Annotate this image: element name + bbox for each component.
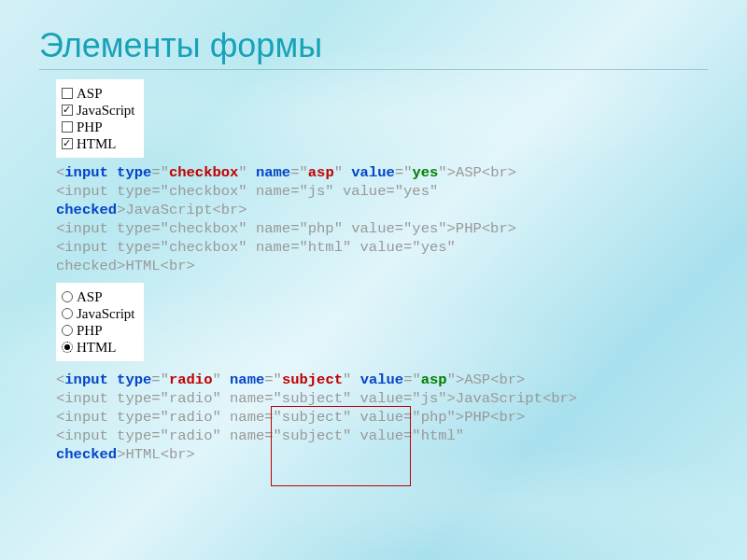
list-item: PHP (62, 119, 134, 135)
list-item: JavaScript (62, 102, 134, 119)
list-item: ASP (62, 288, 134, 305)
list-item: JavaScript (62, 305, 134, 322)
radio-icon[interactable] (62, 325, 73, 336)
radio-label: HTML (77, 339, 117, 356)
code-block-radio: <input type="radio" name="subject" value… (56, 371, 708, 464)
radio-preview-panel: ASP JavaScript PHP HTML (56, 283, 144, 361)
list-item: HTML (62, 339, 134, 356)
radio-icon[interactable] (62, 291, 73, 302)
radio-icon[interactable] (62, 308, 73, 319)
checkbox-icon[interactable] (62, 88, 73, 99)
radio-label: ASP (77, 288, 103, 305)
checkbox-label: PHP (77, 119, 103, 135)
checkbox-icon[interactable] (62, 121, 73, 133)
radio-label: JavaScript (77, 305, 134, 322)
checkbox-icon[interactable] (62, 138, 73, 149)
slide-title: Элементы формы (39, 26, 708, 70)
checkbox-label: HTML (77, 135, 117, 152)
list-item: ASP (62, 85, 134, 102)
checkbox-label: ASP (77, 85, 103, 102)
radio-label: PHP (77, 322, 103, 339)
checkbox-icon[interactable] (62, 105, 73, 116)
list-item: PHP (62, 322, 134, 339)
checkbox-preview-panel: ASP JavaScript PHP HTML (56, 79, 144, 158)
checkbox-label: JavaScript (77, 102, 134, 119)
code-block-checkbox: <input type="checkbox" name="asp" value=… (56, 163, 708, 275)
radio-icon[interactable] (62, 342, 73, 353)
list-item: HTML (62, 135, 134, 152)
